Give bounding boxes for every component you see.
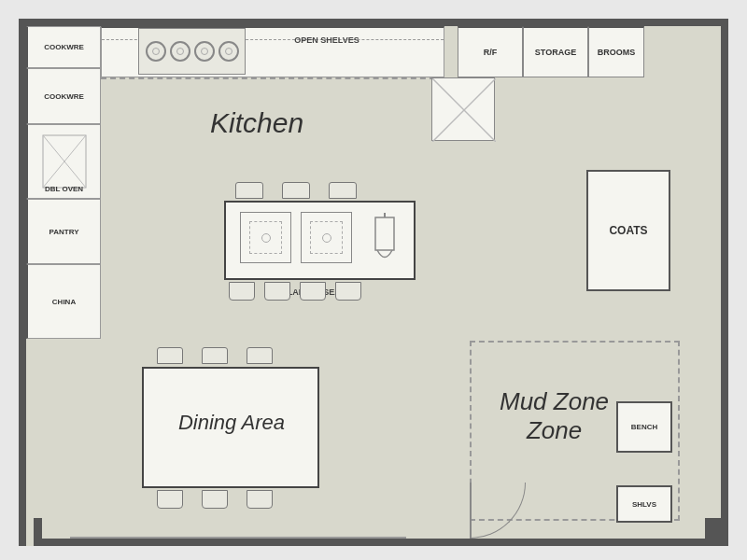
wall-right bbox=[721, 19, 728, 546]
cabinet-pantry: PANTRY bbox=[26, 199, 101, 264]
upper-cabinet-dashed-line bbox=[101, 77, 444, 79]
stovetop bbox=[138, 28, 246, 75]
sink-basin-right bbox=[310, 221, 343, 254]
chair-bot-3 bbox=[300, 282, 326, 301]
coats-closet: COATS bbox=[586, 170, 670, 291]
baseboard-bottom bbox=[70, 537, 406, 539]
dining-chair-bot-1 bbox=[157, 490, 183, 509]
chair-bot-4 bbox=[335, 282, 361, 301]
dbl-oven-x-icon bbox=[41, 133, 88, 189]
svg-rect-5 bbox=[375, 217, 394, 250]
door-line bbox=[470, 483, 472, 539]
floor-plan: COOKWRE COOKWRE DBL OVEN PANTRY CHINA OP… bbox=[0, 0, 747, 560]
sink-basin-left bbox=[249, 221, 282, 254]
island-sink-left bbox=[240, 212, 291, 263]
rf-unit: R/F bbox=[458, 26, 523, 77]
bench-unit: BENCH bbox=[616, 401, 672, 453]
burner-br bbox=[218, 41, 239, 62]
bottom-right-notch bbox=[705, 518, 728, 546]
island-faucet-area bbox=[361, 210, 408, 271]
chair-top-2 bbox=[282, 182, 310, 199]
burner-tr bbox=[170, 41, 190, 62]
sink-drain-right bbox=[322, 233, 331, 243]
faucet-icon bbox=[366, 213, 403, 269]
sink-drain-left bbox=[261, 233, 271, 243]
chair-top-3 bbox=[329, 182, 357, 199]
dining-chair-top-2 bbox=[202, 347, 228, 364]
left-wall-gap bbox=[26, 339, 34, 546]
cabinet-cookwre-2: COOKWRE bbox=[26, 68, 101, 124]
burner-tl bbox=[146, 41, 166, 62]
wall-bottom bbox=[19, 539, 728, 546]
cabinet-dbl-oven: DBL OVEN bbox=[26, 124, 101, 199]
chair-top-1 bbox=[235, 182, 263, 199]
island-sink-right bbox=[301, 212, 352, 263]
shlvs-unit: SHLVS bbox=[616, 485, 672, 523]
wall-top bbox=[19, 19, 728, 26]
brooms-unit: BROOMS bbox=[588, 26, 644, 77]
dining-chair-top-3 bbox=[247, 347, 273, 364]
chair-bot-1 bbox=[229, 282, 255, 301]
dining-area-label: Dining Area bbox=[157, 411, 306, 435]
wall-left bbox=[19, 19, 26, 546]
dining-chair-bot-3 bbox=[247, 490, 273, 509]
window-x-icon bbox=[432, 78, 496, 142]
cabinet-cookwre-top: COOKWRE bbox=[26, 26, 101, 68]
dining-chair-top-1 bbox=[157, 347, 183, 364]
cabinet-china: CHINA bbox=[26, 264, 101, 339]
mud-zone-label: Mud Zone Zone bbox=[500, 387, 609, 445]
island-counter bbox=[224, 201, 416, 280]
open-shelves-label: OPEN SHELVES bbox=[271, 35, 383, 45]
kitchen-label: Kitchen bbox=[210, 107, 303, 139]
burner-bl bbox=[194, 41, 215, 62]
dining-chair-bot-2 bbox=[202, 490, 228, 509]
upper-right-window bbox=[431, 77, 495, 141]
chair-bot-2 bbox=[264, 282, 290, 301]
storage-unit: STORAGE bbox=[523, 26, 588, 77]
